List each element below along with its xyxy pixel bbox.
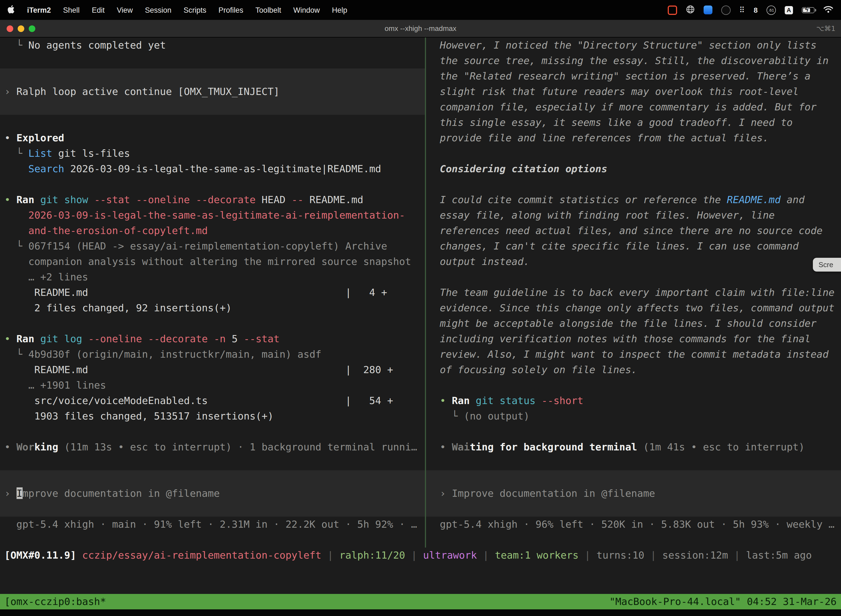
text-run: 1903 files changed, 513517 insertions(+)	[4, 410, 273, 422]
terminal-line: of focusing solely on file lines.	[440, 362, 637, 378]
menu-items: iTerm2 Shell Edit View Session Scripts P…	[8, 5, 347, 15]
terminal-line: README.md | 280 +	[4, 362, 393, 378]
text-run: might be acceptable alongside the file l…	[440, 317, 816, 329]
menu-item-toolbelt[interactable]: Toolbelt	[255, 6, 281, 14]
text-run: cczip/essay/ai-reimplementation-copyleft	[82, 549, 321, 561]
text-run: --	[292, 194, 303, 205]
terminal-line: provide file and line references from th…	[440, 130, 769, 146]
text-run: (no output)	[464, 410, 529, 422]
dark-app-icon[interactable]	[721, 5, 730, 15]
terminal-line: slight risk that future readers may over…	[440, 84, 799, 99]
terminal-line: including verification notes with those …	[440, 331, 811, 347]
record-stop-icon[interactable]	[667, 5, 677, 15]
menu-item-help[interactable]: Help	[332, 6, 347, 14]
digit-8-icon[interactable]: 8	[754, 6, 757, 14]
text-run: --stat	[244, 333, 280, 345]
omx-status-bar: [OMX#0.11.9] cczip/essay/ai-reimplementa…	[4, 547, 812, 563]
pane-status-line: gpt-5.4 xhigh · main · 91% left · 2.31M …	[4, 517, 417, 532]
text-run: (1m 41s • esc to interrupt)	[637, 441, 804, 453]
text-run: |	[321, 549, 339, 561]
text-run: README.md	[727, 194, 781, 205]
text-run: git log	[40, 333, 82, 345]
terminal-line: README.md | 4 +	[4, 285, 387, 300]
terminal-line: the source tree, missing the essay. Stil…	[440, 53, 829, 69]
text-run: Considering citation options	[440, 163, 607, 175]
battery-charging-icon[interactable]: ϟ	[802, 7, 815, 13]
text-run: and-the-erosion-of-copyleft.md	[28, 224, 208, 236]
menu-item-shell[interactable]: Shell	[63, 6, 80, 14]
menu-item-scripts[interactable]: Scripts	[183, 6, 207, 14]
text-run: (11m 13s • esc to interrupt) · 1 backgro…	[58, 441, 417, 453]
text-run: companion analysis without altering the …	[4, 255, 411, 267]
menu-item-session[interactable]: Session	[145, 6, 171, 14]
screen-notification[interactable]: Scre	[813, 258, 841, 271]
terminal-pane-left[interactable]: └ No agents completed yet› Ralph loop ac…	[0, 38, 425, 547]
text-run: Explored	[16, 132, 64, 144]
tmux-host-clock: "MacBook-Pro-44.local" 04:52 31-Mar-26	[609, 594, 837, 609]
text-run: |	[579, 549, 596, 561]
terminal-line: changes, I can't cite specific file line…	[440, 238, 799, 254]
terminal-line: › Ralph loop active continue [OMX_TMUX_I…	[4, 84, 280, 99]
window-shortcut-badge: ⌥⌘1	[816, 24, 835, 32]
text-run: evidence. Since this change only affects…	[440, 302, 835, 314]
text-run: List	[28, 147, 53, 159]
menu-item-view[interactable]: View	[117, 6, 133, 14]
text-run: git ls-files	[52, 147, 130, 159]
text-run: king	[34, 441, 58, 453]
text-run: ralph:11/20	[339, 549, 405, 561]
input-source-icon[interactable]: A	[785, 6, 793, 14]
text-run: 5	[226, 333, 244, 345]
text-run: Ralph loop active continue [OMX_TMUX_INJ…	[16, 85, 280, 97]
menu-item-window[interactable]: Window	[293, 6, 320, 14]
text-run: mprove documentation in @filename	[22, 487, 220, 499]
gauge-icon[interactable]: .61	[766, 5, 776, 15]
wifi-icon[interactable]	[823, 5, 833, 15]
terminal-line: However, I noticed the "Directory Struct…	[440, 38, 816, 53]
text-run: |	[477, 549, 495, 561]
blue-app-icon[interactable]	[703, 6, 712, 14]
menu-item-iterm2[interactable]: iTerm2	[27, 6, 51, 14]
prompt-input[interactable]: › Improve documentation in @filename	[4, 486, 220, 501]
text-run: gpt-5.4 xhigh · 96% left · 520K in · 5.8…	[440, 518, 835, 530]
menu-status-icons: ⠿ 8 .61 A ϟ	[667, 5, 833, 15]
text-run: team:1 workers	[495, 549, 578, 561]
terminal-line: companion file, especially if more comme…	[440, 99, 816, 115]
apple-menu-icon[interactable]	[8, 5, 15, 15]
terminal-line: • Explored	[4, 130, 64, 146]
terminal-line: companion analysis without altering the …	[4, 254, 411, 269]
text-run	[470, 395, 476, 406]
text-run: •	[4, 194, 16, 205]
menu-item-edit[interactable]: Edit	[92, 6, 105, 14]
menu-item-profiles[interactable]: Profiles	[218, 6, 243, 14]
text-run: git status	[476, 395, 536, 406]
text-run: I could cite commit statistics or refere…	[440, 194, 727, 205]
text-run: ›	[440, 487, 452, 499]
terminal-pane-right[interactable]: However, I noticed the "Directory Struct…	[426, 38, 841, 547]
text-run: The team guideline is to back every impo…	[440, 286, 835, 298]
text-run: Ran	[452, 395, 470, 406]
text-run: src/voice/voiceModeEnabled.ts | 54 +	[4, 395, 393, 406]
text-run: └	[4, 240, 28, 252]
terminal-line: references need actual files, and since …	[440, 223, 822, 238]
terminal-line: essay file, along with finding root file…	[440, 208, 775, 223]
text-run: --oneline --decorate -n	[88, 333, 226, 345]
terminal-line: • Ran git status --short	[440, 393, 583, 408]
terminal-line: └ No agents completed yet	[4, 38, 166, 53]
grid-dots-icon[interactable]: ⠿	[739, 6, 745, 14]
text-run: Wai	[452, 441, 470, 453]
text-run: Wor	[16, 441, 34, 453]
terminal-line: 2026-03-09-is-legal-the-same-as-legitima…	[4, 208, 405, 223]
globe-icon[interactable]	[686, 5, 694, 15]
text-run: 067f154 (HEAD -> essay/ai-reimplementati…	[28, 240, 387, 252]
text-run: I	[16, 487, 22, 499]
prompt-input[interactable]: › Improve documentation in @filename	[440, 486, 655, 501]
terminal-line: src/voice/voiceModeEnabled.ts | 54 +	[4, 393, 393, 408]
text-run: slight risk that future readers may over…	[440, 85, 799, 97]
text-run: provide file and line references from th…	[440, 132, 769, 144]
text-run: Ran	[16, 333, 34, 345]
text-run: •	[4, 333, 16, 345]
terminal-line: └ (no output)	[440, 408, 529, 424]
terminal-line: • Working (11m 13s • esc to interrupt) ·…	[4, 439, 417, 455]
text-run	[536, 395, 542, 406]
text-run: last:5m ago	[746, 549, 812, 561]
